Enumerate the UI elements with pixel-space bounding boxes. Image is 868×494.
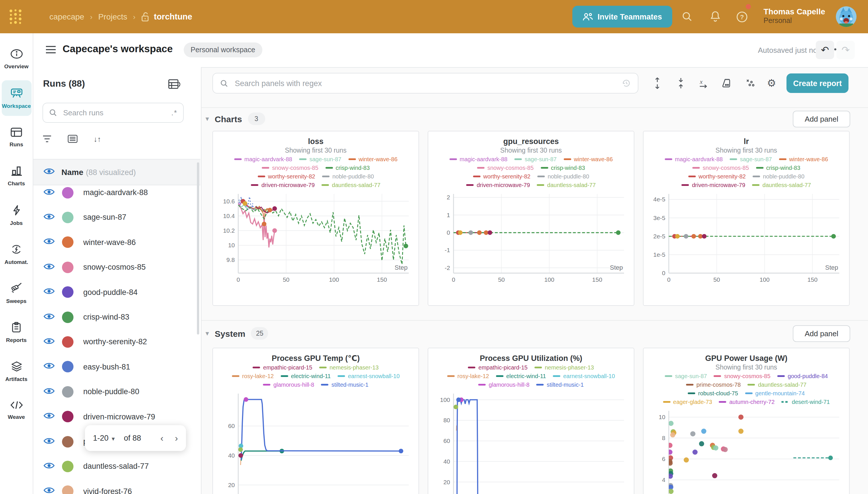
run-name[interactable]: snowy-cosmos-85 bbox=[83, 263, 146, 271]
legend-item-earnest-snowball-10[interactable]: earnest-snowball-10 bbox=[337, 372, 400, 380]
run-row-sage-sun-87[interactable]: sage-sun-87 bbox=[33, 205, 200, 230]
workspace-badge[interactable]: Personal workspace bbox=[184, 42, 262, 57]
history-icon[interactable] bbox=[622, 79, 631, 88]
legend-item-snowy-cosmos-85[interactable]: snowy-cosmos-85 bbox=[692, 164, 749, 172]
chart-plot-gpu_resources[interactable]: -2-1012050100150Step bbox=[432, 190, 630, 288]
settings-gear-icon[interactable]: ⚙ bbox=[763, 75, 780, 91]
legend-item-sage-sun-87[interactable]: sage-sun-87 bbox=[730, 155, 772, 164]
run-name[interactable]: driven-microwave-79 bbox=[83, 412, 155, 421]
legend-item-noble-puddle-80[interactable]: noble-puddle-80 bbox=[753, 172, 805, 181]
legend-item-crisp-wind-83[interactable]: crisp-wind-83 bbox=[540, 164, 585, 172]
run-row-winter-wave-86[interactable]: winter-wave-86 bbox=[33, 230, 200, 255]
next-page-icon[interactable]: › bbox=[175, 433, 178, 443]
legend-item-winter-wave-86[interactable]: winter-wave-86 bbox=[564, 155, 613, 164]
undo-button[interactable]: ↶ bbox=[816, 41, 834, 59]
legend-item-sage-sun-87[interactable]: sage-sun-87 bbox=[665, 372, 707, 380]
run-name[interactable]: winter-wave-86 bbox=[83, 238, 136, 247]
legend-item-earnest-snowball-10[interactable]: earnest-snowball-10 bbox=[553, 372, 615, 380]
eye-icon[interactable] bbox=[44, 386, 55, 397]
legend-item-worthy-serenity-82[interactable]: worthy-serenity-82 bbox=[688, 172, 746, 181]
sidebar-item-sweeps[interactable]: Sweeps bbox=[1, 276, 31, 311]
run-name[interactable]: crisp-wind-83 bbox=[83, 313, 129, 321]
sidebar-item-jobs[interactable]: Jobs bbox=[1, 197, 31, 233]
eye-icon[interactable] bbox=[44, 436, 55, 446]
eye-icon[interactable] bbox=[44, 461, 55, 472]
legend-item-dauntless-salad-77[interactable]: dauntless-salad-77 bbox=[537, 181, 596, 189]
section-system-header[interactable]: ▾ System 25 bbox=[205, 327, 269, 340]
runs-column-name[interactable]: Name bbox=[61, 168, 83, 177]
legend-item-driven-microwave-79[interactable]: driven-microwave-79 bbox=[251, 181, 315, 189]
sort-icon[interactable]: ↓↑ bbox=[94, 135, 101, 145]
legend-item-empathic-picard-15[interactable]: empathic-picard-15 bbox=[253, 363, 312, 372]
legend-item-prime-cosmos-78[interactable]: prime-cosmos-78 bbox=[686, 380, 741, 389]
chart-plot-lr[interactable]: 01e-52e-53e-54e-5050100150Step bbox=[648, 190, 845, 288]
legend-item-noble-puddle-80[interactable]: noble-puddle-80 bbox=[322, 172, 374, 181]
eye-icon[interactable] bbox=[44, 337, 55, 347]
regex-toggle[interactable]: .* bbox=[171, 109, 178, 117]
breadcrumb-project[interactable]: torchtune bbox=[154, 12, 192, 21]
run-row-dauntless-salad-77[interactable]: dauntless-salad-77 bbox=[33, 454, 200, 479]
eye-icon[interactable] bbox=[44, 312, 55, 322]
legend-item-snowy-cosmos-85[interactable]: snowy-cosmos-85 bbox=[714, 372, 771, 380]
legend-item-snowy-cosmos-85[interactable]: snowy-cosmos-85 bbox=[262, 164, 318, 172]
sidebar-item-weave[interactable]: Weave bbox=[1, 393, 31, 428]
avatar[interactable] bbox=[836, 6, 856, 29]
sidebar-item-overview[interactable]: Overview bbox=[1, 41, 31, 77]
chart-panel-loss[interactable]: lossShowing first 30 runsmagic-aardvark-… bbox=[213, 131, 419, 306]
redo-button[interactable]: ↷ bbox=[836, 41, 855, 59]
legend-item-robust-cloud-75[interactable]: robust-cloud-75 bbox=[688, 389, 738, 398]
chart-panel-gpu_resources[interactable]: gpu_resourcesShowing first 30 runsmagic-… bbox=[428, 131, 634, 306]
filter-icon[interactable] bbox=[42, 135, 52, 145]
legend-item-dauntless-salad-77[interactable]: dauntless-salad-77 bbox=[321, 181, 380, 189]
panel-search-input[interactable] bbox=[234, 78, 616, 88]
panel-layout-icon[interactable] bbox=[719, 75, 735, 91]
chart-panel-lr[interactable]: lrShowing first 30 runsmagic-aardvark-88… bbox=[643, 131, 850, 306]
section-charts-header[interactable]: ▾ Charts 3 bbox=[205, 112, 265, 125]
chart-plot-gpu_power[interactable]: 246810Time (seconds) bbox=[648, 407, 845, 494]
wandb-logo-icon[interactable] bbox=[8, 8, 24, 27]
chart-plot-loss[interactable]: 9.81010.210.410.6050100150Step bbox=[217, 190, 414, 288]
invite-teammates-button[interactable]: Invite Teammates bbox=[572, 6, 672, 27]
run-name[interactable]: noble-puddle-80 bbox=[83, 387, 139, 396]
legend-item-stilted-music-1[interactable]: stilted-music-1 bbox=[321, 380, 369, 389]
eye-icon[interactable] bbox=[44, 167, 55, 177]
legend-item-electric-wind-11[interactable]: electric-wind-11 bbox=[281, 372, 331, 380]
run-name[interactable]: dauntless-salad-77 bbox=[83, 462, 149, 471]
legend-item-dauntless-salad-77[interactable]: dauntless-salad-77 bbox=[748, 380, 807, 389]
sidebar-item-runs[interactable]: Runs bbox=[1, 119, 31, 155]
sidebar-item-charts[interactable]: Charts bbox=[1, 158, 31, 194]
legend-item-noble-puddle-80[interactable]: noble-puddle-80 bbox=[537, 172, 589, 181]
run-row-noble-puddle-80[interactable]: noble-puddle-80 bbox=[33, 379, 200, 404]
run-name[interactable]: magic-aardvark-88 bbox=[83, 188, 148, 197]
legend-item-gentle-mountain-74[interactable]: gentle-mountain-74 bbox=[745, 389, 805, 398]
legend-item-crisp-wind-83[interactable]: crisp-wind-83 bbox=[756, 164, 800, 172]
runs-table-expand-icon[interactable] bbox=[168, 79, 180, 92]
runs-scrollbar[interactable] bbox=[197, 163, 199, 335]
eye-icon[interactable] bbox=[44, 212, 55, 223]
run-row-easy-bush-81[interactable]: easy-bush-81 bbox=[33, 355, 200, 379]
run-row-vivid-forest-76[interactable]: vivid-forest-76 bbox=[33, 479, 200, 494]
add-panel-button-charts[interactable]: Add panel bbox=[793, 111, 850, 127]
legend-item-nemesis-phaser-13[interactable]: nemesis-phaser-13 bbox=[319, 363, 378, 372]
eye-icon[interactable] bbox=[44, 262, 55, 272]
legend-item-empathic-picard-15[interactable]: empathic-picard-15 bbox=[468, 363, 528, 372]
legend-item-rosy-lake-12[interactable]: rosy-lake-12 bbox=[232, 372, 274, 380]
eye-icon[interactable] bbox=[44, 486, 55, 494]
expand-panels-icon[interactable] bbox=[649, 75, 665, 91]
run-row-worthy-serenity-82[interactable]: worthy-serenity-82 bbox=[33, 330, 200, 354]
legend-item-worthy-serenity-82[interactable]: worthy-serenity-82 bbox=[257, 172, 315, 181]
create-report-button[interactable]: Create report bbox=[787, 73, 849, 93]
run-name[interactable]: easy-bush-81 bbox=[83, 363, 130, 371]
add-panel-button-system[interactable]: Add panel bbox=[793, 325, 850, 342]
eye-icon[interactable] bbox=[44, 287, 55, 297]
legend-item-sage-sun-87[interactable]: sage-sun-87 bbox=[514, 155, 557, 164]
chart-plot-gpu_utilization[interactable]: 20406080100Time (minutes) bbox=[432, 390, 630, 494]
sidebar-item-artifacts[interactable]: Artifacts bbox=[1, 354, 31, 389]
x-axis-settings-icon[interactable]: x bbox=[695, 75, 711, 91]
legend-item-crisp-wind-83[interactable]: crisp-wind-83 bbox=[325, 164, 370, 172]
legend-item-dauntless-salad-77[interactable]: dauntless-salad-77 bbox=[752, 181, 811, 189]
eye-icon[interactable] bbox=[44, 411, 55, 422]
legend-item-autumn-cherry-72[interactable]: autumn-cherry-72 bbox=[719, 398, 775, 406]
legend-item-worthy-serenity-82[interactable]: worthy-serenity-82 bbox=[473, 172, 531, 181]
breadcrumb-org[interactable]: capecape bbox=[49, 12, 84, 21]
